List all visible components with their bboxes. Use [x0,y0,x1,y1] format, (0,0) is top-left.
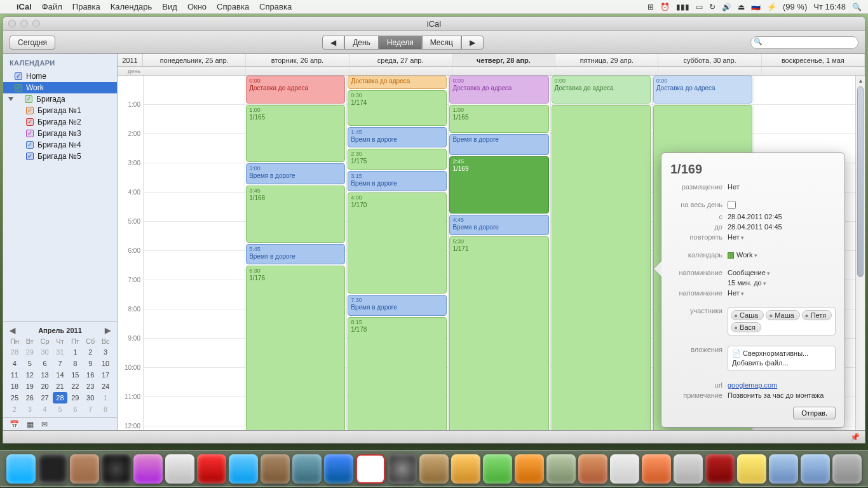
day-column[interactable]: 0:00Доставка до адреса1:001/165Время в д… [448,76,550,430]
menuextra-icon[interactable]: ⊞ [648,3,654,11]
mini-day[interactable]: 29 [67,392,83,403]
mini-day[interactable]: 23 [83,381,98,392]
calendar-event[interactable]: 1:45Время в дороге [348,127,447,148]
mini-day[interactable]: 30 [83,392,98,403]
dock-app-icon[interactable] [70,454,99,484]
event-title[interactable]: 1/169 [670,162,836,177]
traffic-lights[interactable] [8,20,40,27]
attachments-field[interactable]: 📄 Сверхнормативны...Добавить файл... [728,346,836,371]
mini-day[interactable]: 12 [22,369,37,381]
day-header[interactable]: среда, 27 апр. [349,54,452,66]
battery-percent[interactable]: (99 %) [783,2,807,11]
timemachine-icon[interactable]: ↻ [709,3,715,11]
send-button[interactable]: Отправ. [793,407,836,419]
mini-day[interactable]: 31 [53,346,68,358]
mini-day[interactable]: 4 [7,358,22,369]
dock-app-icon[interactable] [578,454,607,484]
mini-day[interactable]: 14 [53,369,68,381]
volume-icon[interactable]: 🔊 [722,3,731,11]
grid-icon[interactable]: ▦ [27,420,34,429]
dock-app-icon[interactable] [133,454,163,484]
day-column[interactable]: 0:00Доставка до адреса [550,76,652,430]
mini-day[interactable]: 22 [67,381,83,392]
alarm2-value[interactable]: Нет [728,289,836,297]
mini-day[interactable]: 6 [37,358,53,369]
mini-day[interactable]: 30 [37,346,53,358]
mini-day[interactable]: 25 [7,392,22,403]
mini-day[interactable]: 26 [22,392,37,403]
eject-icon[interactable]: ⏏ [738,3,745,11]
url-value[interactable]: googlemap.com [728,381,836,389]
mini-day[interactable]: 5 [53,403,68,415]
calendar-item[interactable]: ✓Бригада №5 [3,151,117,162]
mini-day[interactable]: 17 [98,369,113,381]
attendee-chip[interactable]: Петя [802,310,832,320]
calendar-event[interactable]: 4:001/170 [348,193,447,294]
mini-day[interactable]: 2 [7,403,22,415]
alarm-value[interactable]: Сообщение [728,269,836,276]
mini-day[interactable]: 1 [67,346,83,358]
dock-app-icon[interactable] [451,454,480,484]
day-column[interactable] [143,76,245,430]
dock-app-icon[interactable] [483,454,512,484]
mini-day[interactable]: 3 [22,403,37,415]
prev-button[interactable]: ◀ [322,36,344,50]
mini-day[interactable]: 8 [98,403,113,415]
calendar-event[interactable]: 3:00Время в дороге [246,163,345,184]
calendar-item[interactable]: ✓Work [3,82,117,93]
menu-help[interactable]: Справка [217,2,249,11]
calendars-icon[interactable]: 📅 [10,420,19,429]
calendar-event[interactable]: 3:15Время в дороге [348,171,447,192]
calendar-event[interactable] [552,105,651,430]
mini-day[interactable]: 11 [7,369,22,381]
battery-icon[interactable]: ▮▮▮ [676,3,689,11]
dock-folder-icon[interactable] [801,454,830,484]
day-header[interactable]: вторник, 26 апр. [246,54,349,66]
attendees-field[interactable]: СашаМашаПетяВася [728,307,836,336]
calendar-event[interactable]: 0:00Доставка до адреса [449,76,548,104]
calendar-event[interactable]: 2:451/169 [449,156,548,214]
dock-folder-icon[interactable] [769,454,798,484]
calendar-event[interactable]: 0:00Доставка до адреса [653,76,752,104]
menu-file[interactable]: Файл [42,2,62,11]
dock-app-icon[interactable] [674,454,703,484]
dock-app-icon[interactable] [610,454,639,484]
mini-day[interactable]: 5 [22,358,37,369]
menu-edit[interactable]: Правка [72,2,100,11]
calendar-event[interactable]: 0:301/174 [348,90,447,126]
calendar-item[interactable]: ✓Бригада №1 [3,105,117,116]
dock-app-icon[interactable] [642,454,671,484]
dock-app-icon[interactable] [102,454,131,484]
mini-day[interactable]: 9 [83,358,98,369]
day-header[interactable]: понедельник, 25 апр. [143,54,246,66]
mini-day[interactable]: 7 [83,403,98,415]
calendar-event[interactable]: 0:00Доставка до адреса [246,76,345,104]
day-header[interactable]: четверг, 28 апр. [452,54,555,66]
mini-day[interactable]: 13 [37,369,53,381]
dock-finder-icon[interactable] [6,454,36,484]
dock-app-icon[interactable] [515,454,544,484]
calendar-item[interactable]: ✓Бригада [3,93,117,105]
mini-day[interactable]: 24 [98,381,113,392]
calendar-item[interactable]: ✓Бригада №3 [3,128,117,139]
mini-day[interactable]: 6 [67,403,83,415]
mini-day[interactable]: 28 [7,346,22,358]
dock-app-icon[interactable] [419,454,449,484]
calendar-event[interactable]: 0:00Доставка до адреса [552,76,651,104]
calendar-event[interactable]: 4:45Время в дороге [449,215,548,236]
location-value[interactable]: Нет [728,183,836,191]
charge-icon[interactable]: ⚡ [767,3,776,11]
dock-ical-icon[interactable] [356,454,385,484]
calendar-event[interactable]: 6:301/176 [246,266,345,430]
day-column[interactable]: 0:00Доставка до адреса1:001/1653:00Время… [245,76,346,430]
dock-app-icon[interactable] [546,454,576,484]
calendar-event[interactable]: 1:001/165 [449,105,548,133]
calendar-event[interactable]: 1:001/165 [246,105,345,162]
mini-day[interactable]: 7 [53,358,68,369]
dock-app-icon[interactable] [261,454,290,484]
menu-help2[interactable]: Справка [259,2,292,11]
mini-day[interactable]: 15 [67,369,83,381]
dock-app-icon[interactable] [388,454,417,484]
month-button[interactable]: Месяц [422,36,461,50]
display-icon[interactable]: ▭ [696,3,703,11]
